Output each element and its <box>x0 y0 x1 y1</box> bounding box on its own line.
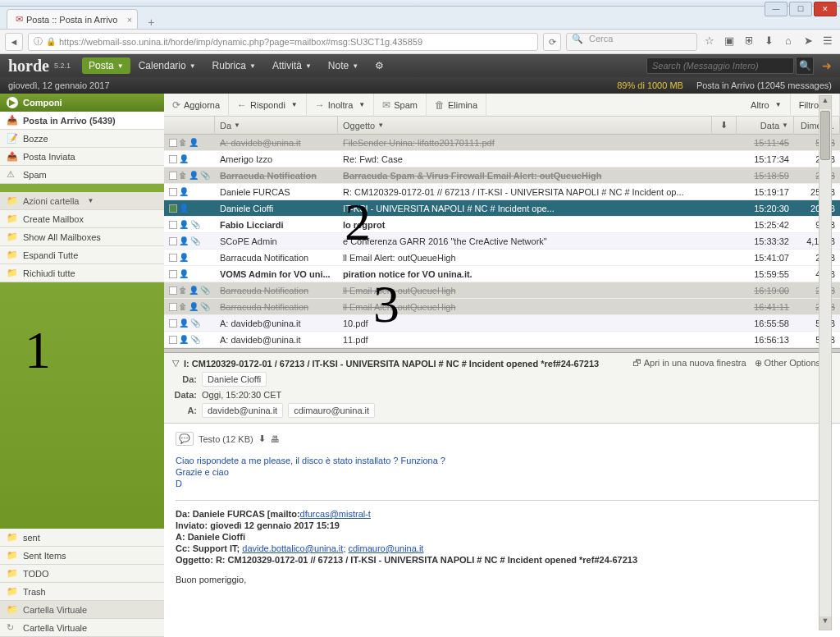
col-arrow[interactable]: ⬇ <box>712 117 737 135</box>
window-close[interactable]: ✕ <box>814 2 837 16</box>
filtro-button[interactable]: Filtro▼ <box>791 94 840 117</box>
message-row[interactable]: 👤📎A: davideb@unina.it11.pdf16:56:135 KB <box>164 332 840 348</box>
forward-button[interactable]: →Inoltra▼ <box>307 94 375 117</box>
menu-posta[interactable]: Posta▼ <box>82 57 130 74</box>
folder-spam[interactable]: ⚠Spam <box>0 166 164 184</box>
row-checkbox[interactable] <box>169 204 177 213</box>
collapse-icon[interactable]: ▽ <box>172 358 179 369</box>
window-maximize[interactable]: ☐ <box>789 2 812 16</box>
row-date: 15:33:32 <box>737 236 794 246</box>
action-show-all[interactable]: 📁Show All Mailboxes <box>0 228 164 246</box>
row-checkbox[interactable] <box>169 172 177 180</box>
folder-inbox[interactable]: 📥Posta in Arrivo (5439) <box>0 112 164 130</box>
reload-button[interactable]: ⟳ <box>543 33 561 51</box>
row-checkbox[interactable] <box>169 254 177 262</box>
horde-search-button[interactable]: 🔍 <box>796 57 814 75</box>
cc-link-1[interactable]: davide.bottalico@unina.it <box>242 543 343 553</box>
row-checkbox[interactable] <box>169 155 177 163</box>
row-checkbox[interactable] <box>169 286 177 295</box>
row-checkbox[interactable] <box>169 270 177 278</box>
menu-attivita[interactable]: Attività▼ <box>264 54 320 77</box>
menu-rubrica[interactable]: Rubrica▼ <box>204 54 264 77</box>
row-checkbox[interactable] <box>169 303 177 311</box>
action-richiudi[interactable]: 📁Richiudi tutte <box>0 264 164 282</box>
menu-note[interactable]: Note▼ <box>320 54 367 77</box>
menu-icon[interactable]: ☰ <box>820 34 835 49</box>
scroll-up-arrow[interactable]: ▲ <box>819 96 831 109</box>
text-part-icon[interactable]: 💬 <box>176 432 194 446</box>
download-part-icon[interactable]: ⬇ <box>258 433 266 444</box>
col-checkbox[interactable] <box>164 117 215 135</box>
scroll-down-arrow[interactable]: ▼ <box>819 616 831 630</box>
mailto-link[interactable]: dfurcas@mistral-t <box>300 509 371 519</box>
delete-button[interactable]: 🗑Elimina <box>427 94 486 117</box>
refresh-button[interactable]: ⟳Aggiorna <box>164 94 229 117</box>
browser-search[interactable]: 🔍 Cerca <box>566 33 697 51</box>
download-icon[interactable]: ⬇ <box>761 34 776 49</box>
scroll-thumb[interactable] <box>820 111 830 160</box>
menu-settings[interactable]: ⚙ <box>367 54 392 77</box>
message-row[interactable]: 👤📎A: davideb@unina.it10.pdf16:55:585 KB <box>164 315 840 332</box>
window-scrollbar[interactable]: ▲ ▼ <box>819 95 832 630</box>
compose-button[interactable]: ▶ Componi <box>0 94 164 112</box>
cc-link-2[interactable]: cdimauro@unina.it <box>349 543 424 553</box>
message-row[interactable]: 👤Amerigo IzzoRe: Fwd: Case15:17:342 KB <box>164 151 840 167</box>
row-checkbox[interactable] <box>169 188 177 196</box>
row-subject: IT-KSI - UNIVERSITA NAPOLI # NC # Incide… <box>338 204 712 213</box>
message-row[interactable]: 👤📎Fabio Licciardilo regprot15:25:429 KB <box>164 217 840 233</box>
folder-sentitems[interactable]: 📁Sent Items <box>0 547 164 565</box>
col-from[interactable]: Da ▼ <box>215 117 338 135</box>
message-row[interactable]: 🗑👤📎Barracuda Notificationll Email Alert:… <box>164 299 840 315</box>
message-row[interactable]: 👤Daniele FURCASR: CM120329-0172-01 // 67… <box>164 184 840 200</box>
message-row[interactable]: 🗑👤A: davideb@unina.itFileSender Unina: l… <box>164 135 840 151</box>
reply-button[interactable]: ←Rispondi▼ <box>229 94 307 117</box>
bookmark-icon[interactable]: ☆ <box>702 34 717 49</box>
url-input[interactable]: ⓘ 🔒 https://webmail-sso.unina.it/horde/i… <box>28 33 538 51</box>
row-checkbox[interactable] <box>169 139 177 147</box>
folder-sent[interactable]: 📁sent <box>0 529 164 547</box>
action-create-mailbox[interactable]: 📁Create Mailbox <box>0 210 164 228</box>
open-new-window[interactable]: 🗗 Apri in una nuova finestra <box>632 358 746 369</box>
altro-button[interactable]: Altro▼ <box>742 94 791 117</box>
text-part-header: 💬 Testo (12 KB) ⬇ 🖶 <box>176 432 829 446</box>
row-checkbox[interactable] <box>169 336 177 344</box>
window-buttons: — ☐ ✕ <box>765 2 837 16</box>
virtual-folder[interactable]: ↻Cartella Virtuale <box>0 619 164 637</box>
folder-bozze[interactable]: 📝Bozze <box>0 130 164 148</box>
window-minimize[interactable]: — <box>765 2 788 16</box>
home-icon[interactable]: ⌂ <box>781 34 796 49</box>
message-row[interactable]: 👤Daniele CioffiIT-KSI - UNIVERSITA NAPOL… <box>164 200 840 217</box>
col-date[interactable]: Data ▼ <box>737 117 794 135</box>
row-checkbox[interactable] <box>169 319 177 328</box>
folder-inviata[interactable]: 📤Posta Inviata <box>0 148 164 166</box>
pocket-icon[interactable]: ▣ <box>722 34 737 49</box>
folder-actions-header[interactable]: 📁Azioni cartella ▼ <box>0 192 164 210</box>
message-row[interactable]: 👤📎SCoPE Admine Conferenza GARR 2016 "the… <box>164 233 840 250</box>
col-subject[interactable]: Oggetto ▼ <box>338 117 712 135</box>
menu-calendario[interactable]: Calendario▼ <box>130 54 204 77</box>
message-row[interactable]: 👤Barracuda Notificationll Email Alert: o… <box>164 250 840 266</box>
virtual-folder-header[interactable]: 📁Cartella Virtuale <box>0 601 164 619</box>
browser-tab[interactable]: ✉ Posta :: Posta in Arrivo × <box>7 9 138 29</box>
print-part-icon[interactable]: 🖶 <box>271 434 280 444</box>
col-size[interactable]: Dimen... <box>794 117 840 135</box>
shield-icon[interactable]: ⛨ <box>742 34 756 49</box>
tab-close-icon[interactable]: × <box>127 15 132 25</box>
new-tab-button[interactable]: + <box>143 16 159 29</box>
horde-search-input[interactable] <box>646 57 794 74</box>
browser-search-placeholder: Cerca <box>589 34 613 44</box>
folder-trash[interactable]: 📁Trash <box>0 583 164 601</box>
row-checkbox[interactable] <box>169 221 177 229</box>
spam-button[interactable]: ✉Spam <box>374 94 427 117</box>
logout-icon[interactable]: ➜ <box>822 59 832 72</box>
back-button[interactable]: ◄ <box>5 33 23 51</box>
preview-header: 🗗 Apri in una nuova finestra ⊕ Other Opt… <box>164 353 840 424</box>
row-checkbox[interactable] <box>169 237 177 245</box>
arrow-icon[interactable]: ➤ <box>801 34 815 49</box>
body-line: Ciao rispondete a me please, il disco è … <box>176 456 829 465</box>
action-espandi[interactable]: 📁Espandi Tutte <box>0 246 164 264</box>
message-row[interactable]: 🗑👤📎Barracuda Notificationll Email Alert:… <box>164 282 840 299</box>
message-row[interactable]: 🗑👤📎Barracuda NotificationBarracuda Spam … <box>164 167 840 184</box>
message-row[interactable]: 👤VOMS Admin for VO uni...piration notice… <box>164 266 840 282</box>
folder-todo[interactable]: 📁TODO <box>0 565 164 583</box>
